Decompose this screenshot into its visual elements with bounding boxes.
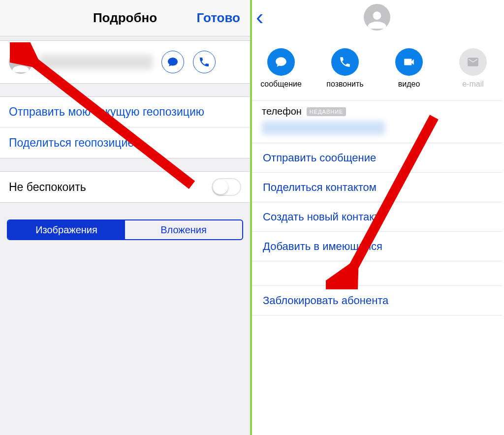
email-icon bbox=[459, 48, 487, 76]
back-button[interactable]: ‹ bbox=[256, 7, 263, 27]
recent-badge: НЕДАВНИЕ bbox=[307, 107, 346, 116]
action-call-label: позвонить bbox=[326, 80, 363, 89]
row-share-contact[interactable]: Поделиться контактом bbox=[252, 173, 502, 202]
action-video-label: видео bbox=[398, 80, 420, 89]
contact-actions: сообщение позвонить видео e-mail bbox=[252, 34, 502, 93]
action-message[interactable]: сообщение bbox=[259, 48, 303, 89]
row-add-existing[interactable]: Добавить в имеющийся bbox=[252, 232, 502, 261]
contact-name-blurred bbox=[39, 55, 153, 69]
page-title: Подробно bbox=[93, 10, 157, 26]
row-create-contact[interactable]: Создать новый контакт bbox=[252, 202, 502, 232]
phone-label: телефон bbox=[262, 106, 302, 117]
action-email: e-mail bbox=[451, 48, 495, 89]
avatar-icon bbox=[364, 4, 390, 31]
message-button[interactable] bbox=[161, 51, 184, 73]
left-header: Подробно Готово bbox=[0, 0, 250, 36]
message-icon bbox=[267, 48, 295, 76]
segmented-attachments[interactable]: Вложения bbox=[125, 220, 242, 239]
contact-header-row[interactable] bbox=[0, 40, 250, 84]
location-group: Отправить мою текущую геопозицию Поделит… bbox=[0, 96, 250, 158]
call-button[interactable] bbox=[193, 51, 216, 73]
phone-number-blurred bbox=[262, 121, 385, 135]
phone-icon bbox=[331, 48, 359, 76]
send-current-location[interactable]: Отправить мою текущую геопозицию bbox=[0, 97, 250, 127]
phone-section[interactable]: телефон НЕДАВНИЕ bbox=[252, 100, 502, 143]
contact-options-list: Отправить сообщение Поделиться контактом… bbox=[252, 143, 502, 315]
action-email-label: e-mail bbox=[462, 80, 484, 89]
video-icon bbox=[395, 48, 423, 76]
action-video[interactable]: видео bbox=[387, 48, 431, 89]
row-block-caller[interactable]: Заблокировать абонента bbox=[252, 286, 502, 315]
do-not-disturb-row: Не беспокоить bbox=[0, 172, 250, 202]
avatar-icon bbox=[9, 50, 32, 74]
action-call[interactable]: позвонить bbox=[323, 48, 367, 89]
share-location[interactable]: Поделиться геопозицией bbox=[0, 127, 250, 158]
list-gap bbox=[252, 261, 502, 286]
do-not-disturb-label: Не беспокоить bbox=[9, 181, 86, 194]
segmented-images[interactable]: Изображения bbox=[8, 220, 125, 239]
do-not-disturb-switch[interactable] bbox=[212, 178, 241, 196]
action-message-label: сообщение bbox=[260, 80, 302, 89]
right-header: ‹ bbox=[252, 0, 502, 34]
row-send-message[interactable]: Отправить сообщение bbox=[252, 143, 502, 173]
done-button[interactable]: Готово bbox=[197, 10, 240, 26]
segmented-control[interactable]: Изображения Вложения bbox=[7, 219, 243, 240]
dnd-group: Не беспокоить bbox=[0, 171, 250, 203]
